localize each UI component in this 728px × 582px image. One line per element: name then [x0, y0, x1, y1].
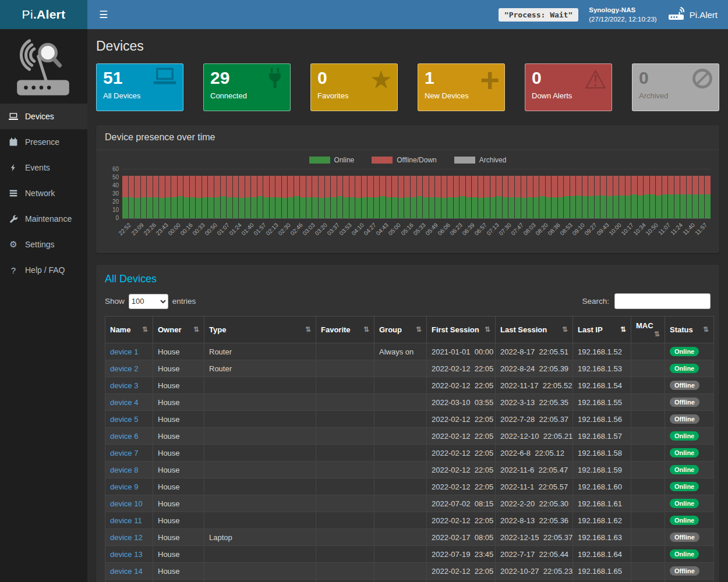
summary-card-favorites[interactable]: 0Favorites★	[310, 63, 398, 111]
cell-status: Online	[665, 462, 714, 478]
sort-icon: ⇅	[562, 325, 568, 333]
summary-card-all-devices[interactable]: 51All Devices	[96, 63, 183, 111]
device-link[interactable]: device 2	[110, 364, 138, 373]
nas-timestamp: (27/12/2022, 12:10:23)	[589, 15, 656, 24]
cell-owner: House	[153, 428, 204, 445]
sidebar-item-maintenance[interactable]: Maintenance	[0, 206, 87, 232]
column-header-mac[interactable]: MAC⇅	[631, 317, 665, 343]
column-header-status[interactable]: Status⇅	[665, 317, 714, 343]
device-link[interactable]: device 10	[110, 499, 143, 508]
cell-status: Online	[665, 445, 714, 462]
summary-card-new-devices[interactable]: 1New Devices+	[418, 63, 505, 111]
column-header-group[interactable]: Group⇅	[374, 317, 427, 343]
chart-bar	[233, 176, 239, 218]
cell-favorite	[316, 580, 374, 582]
cell-last_session: 2022-8-13 22:05.36	[496, 512, 573, 529]
cell-favorite	[316, 428, 374, 445]
chart-bar	[699, 176, 705, 218]
chart-bar	[178, 176, 183, 218]
cell-first_session: 2022-02-17 08:05	[427, 529, 496, 546]
sidebar-item-events[interactable]: Events	[0, 155, 87, 180]
cell-last_ip: 192.168.1.57	[573, 428, 631, 445]
y-tick-label: 50	[112, 174, 119, 180]
chart-bar	[251, 176, 257, 218]
chart-bar	[386, 176, 392, 218]
chart-bar	[613, 176, 619, 218]
cell-group	[374, 360, 427, 377]
column-header-type[interactable]: Type⇅	[204, 317, 316, 343]
chart-bar	[521, 176, 527, 218]
device-link[interactable]: device 6	[110, 432, 138, 441]
column-label: Last IP	[578, 325, 603, 334]
chart-bar	[343, 176, 349, 218]
cell-favorite	[316, 495, 374, 512]
sidebar-item-network[interactable]: Network	[0, 180, 87, 206]
sidebar-item-help-faq[interactable]: ?Help / FAQ	[0, 257, 87, 283]
laptop-icon	[8, 112, 19, 121]
card-label: Connected	[210, 91, 284, 100]
device-link[interactable]: device 12	[110, 533, 143, 542]
menu-icon[interactable]: ☰	[96, 6, 111, 23]
device-link[interactable]: device 7	[110, 449, 138, 457]
entries-select[interactable]: 100	[129, 294, 168, 309]
cell-name: device 13	[105, 546, 153, 563]
cell-type: Laptop	[204, 529, 316, 546]
sidebar-item-presence[interactable]: Presence	[0, 129, 87, 155]
device-link[interactable]: device 13	[110, 550, 143, 559]
help-icon: ?	[8, 265, 19, 275]
column-header-last_ip[interactable]: Last IP⇅	[573, 317, 631, 343]
sort-icon: ⇅	[363, 325, 369, 333]
summary-card-archived[interactable]: 0Archived	[632, 63, 719, 111]
app-badge[interactable]: Pi.Alert	[667, 6, 720, 23]
chart-bar	[349, 176, 355, 218]
cell-last_session: 2022-8-24 22:05.39	[496, 360, 573, 377]
summary-card-down-alerts[interactable]: 0Down Alerts⚠	[525, 63, 612, 111]
device-link[interactable]: device 5	[110, 415, 138, 424]
cell-owner: House	[153, 445, 204, 462]
device-link[interactable]: device 8	[110, 466, 138, 474]
summary-card-connected[interactable]: 29Connected	[203, 63, 291, 111]
sidebar-item-settings[interactable]: ⚙Settings	[0, 232, 87, 257]
chart-bar	[460, 176, 465, 218]
cell-mac	[631, 462, 665, 478]
search-input[interactable]	[614, 293, 711, 309]
device-link[interactable]: device 4	[110, 398, 138, 407]
column-header-name[interactable]: Name⇅	[105, 317, 153, 343]
cell-last_session: 2022-12-10 22:05.21	[496, 428, 573, 445]
column-header-last_session[interactable]: Last Session⇅	[496, 317, 573, 343]
device-link[interactable]: device 11	[110, 516, 142, 525]
sidebar-item-devices[interactable]: Devices	[0, 104, 87, 129]
table-row: device 10House2022-07-02 08:152022-2-20 …	[105, 495, 714, 512]
cell-first_session: 2022-02-12 22:05	[427, 428, 496, 445]
cell-type	[204, 428, 316, 445]
chart-bar	[527, 176, 533, 218]
chart-bar	[625, 176, 631, 218]
device-link[interactable]: device 1	[110, 347, 138, 356]
chart-bar	[270, 176, 275, 218]
cell-status: Online	[665, 478, 714, 495]
navbar: ☰ "Process: Wait" Synology-NAS (27/12/20…	[87, 0, 728, 29]
device-link[interactable]: device 14	[110, 567, 143, 576]
cell-status: Offline	[665, 394, 714, 411]
column-header-first_session[interactable]: First Session⇅	[427, 317, 496, 343]
show-label: Show	[105, 297, 125, 306]
brand-logo[interactable]: Pi.Alert	[0, 0, 87, 29]
chart-bar	[245, 176, 251, 218]
cell-name: device 15	[105, 580, 153, 582]
cell-type	[204, 512, 316, 529]
cell-mac	[631, 512, 665, 529]
cell-first_session: 2022-03-10 03:55	[427, 394, 496, 411]
cell-last_session: 2022-3-13 22:05.35	[496, 394, 573, 411]
cell-status: Online	[665, 428, 714, 445]
status-badge: Offline	[670, 566, 699, 576]
cell-first_session: 2022-07-19 23:45	[427, 546, 496, 563]
column-header-favorite[interactable]: Favorite⇅	[316, 317, 374, 343]
column-header-owner[interactable]: Owner⇅	[153, 317, 204, 343]
cell-type	[204, 462, 316, 478]
device-link[interactable]: device 3	[110, 381, 138, 390]
cell-first_session: 2022-02-12 22:05	[427, 580, 496, 582]
device-link[interactable]: device 9	[110, 482, 138, 491]
navbar-right: "Process: Wait" Synology-NAS (27/12/2022…	[499, 5, 720, 24]
cell-mac	[631, 563, 665, 580]
status-badge: Online	[670, 516, 699, 525]
